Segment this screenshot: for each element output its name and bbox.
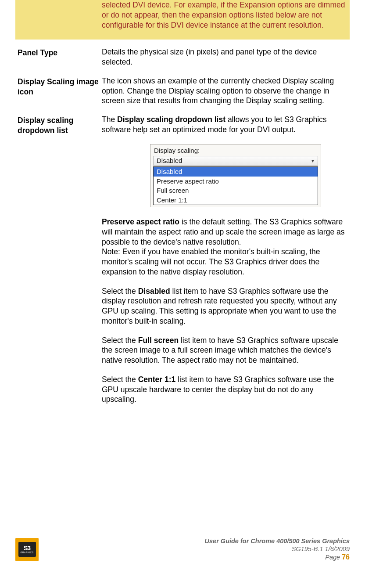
row-scaling-icon: Display Scaling image icon The icon show… — [15, 74, 350, 108]
dropdown-item-fullscreen[interactable]: Full screen — [154, 186, 318, 195]
intro-para: The Display scaling dropdown list allows… — [102, 115, 347, 135]
label-panel-type: Panel Type — [15, 47, 102, 58]
s3-logo-text: S3 — [24, 545, 30, 551]
fullscreen-para: Select the Full screen list item to have… — [102, 335, 347, 365]
page-footer: S3 GRAPHICS User Guide for Chrome 400/50… — [0, 537, 365, 562]
desc-panel-type: Details the physical size (in pixels) an… — [102, 47, 350, 67]
disabled-pre: Select the — [102, 287, 138, 296]
footer-page: Page 76 — [39, 553, 350, 562]
center-para: Select the Center 1:1 list item to have … — [102, 375, 347, 404]
center-bold: Center 1:1 — [138, 375, 176, 384]
label-scaling-list: Display scaling dropdown list — [15, 115, 102, 136]
label-scaling-icon: Display Scaling image icon — [15, 76, 102, 97]
dropdown-item-center[interactable]: Center 1:1 — [154, 195, 318, 205]
dropdown-label: Display scaling: — [150, 145, 321, 156]
dropdown-selected-value: Disabled — [157, 156, 182, 165]
display-scaling-dropdown-widget: Display scaling: Disabled ▼ Disabled Pre… — [150, 144, 321, 208]
disabled-para: Select the Disabled list item to have S3… — [102, 286, 347, 326]
disabled-bold: Disabled — [138, 287, 170, 296]
s3-logo: S3 GRAPHICS — [15, 538, 39, 561]
preserve-bold: Preserve aspect ratio — [102, 217, 179, 226]
dropdown-listbox: Disabled Preserve aspect ratio Full scre… — [153, 166, 318, 205]
row-scaling-list: Display scaling dropdown list The Displa… — [15, 112, 350, 407]
page-label: Page — [325, 554, 342, 561]
footer-line2: SG195-B.1 1/6/2009 — [39, 545, 350, 553]
desc-scaling-icon: The icon shows an example of the current… — [102, 76, 350, 106]
note-label — [15, 0, 102, 1]
s3-logo-sub: GRAPHICS — [20, 552, 33, 554]
page-number: 76 — [342, 553, 350, 561]
note-text: selected DVI device. For example, if the… — [102, 0, 350, 30]
dropdown-item-disabled[interactable]: Disabled — [154, 167, 318, 177]
footer-text: User Guide for Chrome 400/500 Series Gra… — [39, 537, 350, 562]
note-row: selected DVI device. For example, if the… — [15, 0, 350, 40]
fullscreen-bold: Full screen — [138, 336, 179, 345]
s3-logo-badge: S3 GRAPHICS — [18, 542, 36, 557]
row-panel-type: Panel Type Details the physical size (in… — [15, 45, 350, 69]
preserve-note: Note: Even if you have enabled the monit… — [102, 247, 347, 277]
intro-pre: The — [102, 115, 117, 124]
center-pre: Select the — [102, 375, 138, 384]
dropdown-select[interactable]: Disabled ▼ — [153, 156, 318, 166]
footer-line1: User Guide for Chrome 400/500 Series Gra… — [39, 537, 350, 545]
dropdown-item-preserve[interactable]: Preserve aspect ratio — [154, 177, 318, 186]
desc-scaling-list: The Display scaling dropdown list allows… — [102, 115, 350, 404]
preserve-para: Preserve aspect ratio is the default set… — [102, 217, 347, 247]
fullscreen-pre: Select the — [102, 336, 138, 345]
intro-bold: Display scaling dropdown list — [117, 115, 225, 124]
chevron-down-icon: ▼ — [310, 158, 316, 164]
